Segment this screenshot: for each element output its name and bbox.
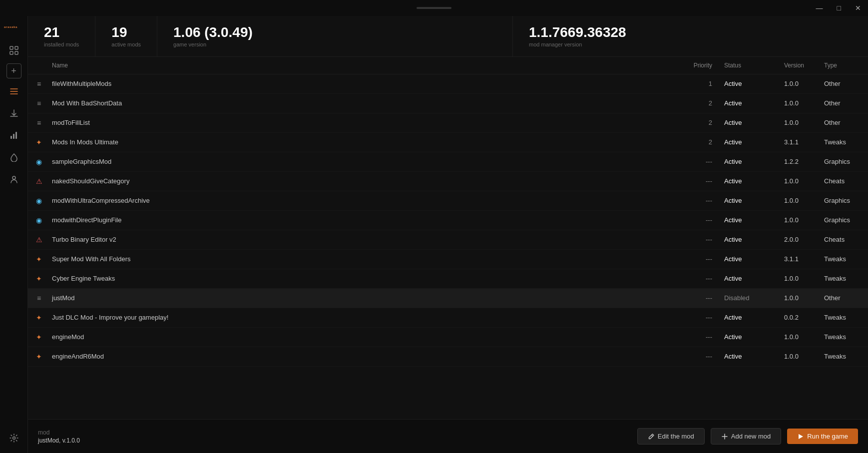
main-content: 21 installed mods 19 active mods 1.06 (3… [28,16,868,453]
run-game-button[interactable]: Run the game [787,429,858,444]
mod-icon-cell: ≡ [28,288,46,308]
mod-version-cell: 1.0.0 [778,191,818,210]
mod-version-cell: 1.0.0 [778,93,818,113]
mod-status-cell: Disabled [718,288,778,308]
mod-type-cell: Other [818,288,868,308]
sidebar-item-settings[interactable] [5,429,23,447]
mod-type-cell: Tweaks [818,249,868,269]
run-game-label: Run the game [807,433,848,440]
mod-name-cell: modWithUltraCompressedArchive [46,191,678,210]
mod-status-cell: Active [718,132,778,152]
sidebar-item-drop[interactable] [5,148,23,166]
mod-status-cell: Active [718,113,778,132]
minimize-button[interactable]: — [813,3,826,13]
add-mod-button[interactable]: Add new mod [711,428,782,445]
bottom-bar: mod justMod, v.1.0.0 Edit the mod Add ne… [28,419,868,453]
table-row[interactable]: ⚠ nakedShouldGiveCategory --- Active 1.0… [28,171,868,191]
mod-version-cell: 3.1.1 [778,132,818,152]
mod-icon-cell: ≡ [28,93,46,113]
mod-priority-cell: --- [678,288,718,308]
add-mod-label: Add new mod [731,433,771,440]
sidebar-item-mods[interactable] [5,82,23,100]
mod-status-cell: Active [718,230,778,249]
tweaks-mod-icon: ✦ [34,352,44,362]
sidebar-item-person[interactable] [5,170,23,188]
table-row[interactable]: ✦ Just DLC Mod - Improve your gameplay! … [28,308,868,327]
mod-version-cell: 1.0.0 [778,74,818,93]
bottom-actions: Edit the mod Add new mod Run the game [637,428,858,445]
mod-version-cell: 1.0.0 [778,327,818,347]
mod-name-cell: Super Mod With All Folders [46,249,678,269]
table-row[interactable]: ✦ engineMod --- Active 1.0.0 Tweaks [28,327,868,347]
table-row[interactable]: ≡ fileWithMultipleMods 1 Active 1.0.0 Ot… [28,74,868,93]
selected-mod-label: mod [38,429,80,436]
app-layout: arasaka + [0,16,868,453]
mod-icon-cell: ✦ [28,347,46,366]
sidebar-item-grid[interactable] [5,41,23,59]
close-button[interactable]: ✕ [852,3,864,13]
mod-type-cell: Cheats [818,230,868,249]
table-row[interactable]: ✦ engineAndR6Mod --- Active 1.0.0 Tweaks [28,347,868,366]
svg-rect-3 [10,51,13,54]
mod-status-cell: Active [718,152,778,171]
mod-priority-cell: --- [678,327,718,347]
table-row[interactable]: ≡ Mod With BadShortData 2 Active 1.0.0 O… [28,93,868,113]
sidebar-item-chart[interactable] [5,126,23,144]
stat-manager-version-label: mod manager version [529,41,852,47]
add-icon [721,433,728,440]
mod-icon-cell: ⚠ [28,171,46,191]
mod-priority-cell: --- [678,152,718,171]
mod-status-cell: Active [718,347,778,366]
mod-status-cell: Active [718,210,778,230]
stats-bar: 21 installed mods 19 active mods 1.06 (3… [28,16,868,57]
mod-priority-cell: --- [678,171,718,191]
table-row[interactable]: ≡ modToFillList 2 Active 1.0.0 Other [28,113,868,132]
table-row[interactable]: ≡ justMod --- Disabled 1.0.0 Other [28,288,868,308]
sidebar-item-download[interactable] [5,104,23,122]
mod-type-cell: Tweaks [818,132,868,152]
mod-status-cell: Active [718,191,778,210]
mod-priority-cell: --- [678,347,718,366]
stat-manager-version-value: 1.1.7669.36328 [529,25,852,40]
table-row[interactable]: ◉ modwithDirectPluginFile --- Active 1.0… [28,210,868,230]
table-row[interactable]: ◉ sampleGraphicsMod --- Active 1.2.2 Gra… [28,152,868,171]
mod-version-cell: 3.1.1 [778,249,818,269]
logo-area: arasaka [4,22,24,33]
svg-rect-7 [15,132,17,139]
table-row[interactable]: ◉ modWithUltraCompressedArchive --- Acti… [28,191,868,210]
col-header-type: Type [818,57,868,74]
mod-version-cell: 1.2.2 [778,152,818,171]
mod-icon-cell: ⚠ [28,230,46,249]
mod-name-cell: engineMod [46,327,678,347]
mod-type-cell: Graphics [818,191,868,210]
svg-text:arasaka: arasaka [4,25,17,28]
tweaks-mod-icon: ✦ [34,313,44,323]
other-mod-icon: ≡ [34,293,44,303]
mod-version-cell: 1.0.0 [778,269,818,288]
titlebar: — □ ✕ [0,0,868,16]
mod-name-cell: engineAndR6Mod [46,347,678,366]
mod-icon-cell: ✦ [28,327,46,347]
stat-active-value: 19 [111,25,141,40]
selected-mod-info: mod justMod, v.1.0.0 [38,429,80,444]
mod-type-cell: Tweaks [818,269,868,288]
table-row[interactable]: ✦ Cyber Engine Tweaks --- Active 1.0.0 T… [28,269,868,288]
maximize-button[interactable]: □ [834,3,844,13]
edit-mod-button[interactable]: Edit the mod [637,428,705,445]
mod-version-cell: 2.0.0 [778,230,818,249]
table-row[interactable]: ✦ Mods In Mods Ultimate 2 Active 3.1.1 T… [28,132,868,152]
mod-icon-cell: ≡ [28,74,46,93]
tweaks-mod-icon: ✦ [34,332,44,342]
stat-installed-label: installed mods [44,41,79,47]
mod-priority-cell: 1 [678,74,718,93]
mod-name-cell: Turbo Binary Editor v2 [46,230,678,249]
mod-priority-cell: --- [678,308,718,327]
sidebar-item-add[interactable]: + [6,63,21,78]
tweaks-mod-icon: ✦ [34,274,44,284]
tweaks-mod-icon: ✦ [34,254,44,264]
table-row[interactable]: ⚠ Turbo Binary Editor v2 --- Active 2.0.… [28,230,868,249]
stat-active-mods: 19 active mods [95,16,157,56]
table-row[interactable]: ✦ Super Mod With All Folders --- Active … [28,249,868,269]
mod-priority-cell: 2 [678,113,718,132]
mods-table-wrapper: Name Priority Status Version Type ≡ file… [28,57,868,419]
